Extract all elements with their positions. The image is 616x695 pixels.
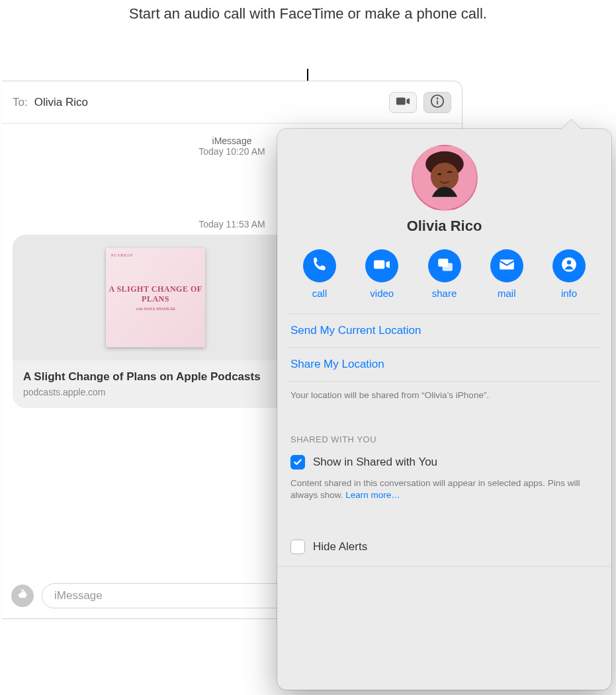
video-icon <box>373 256 390 276</box>
apps-icon <box>16 588 29 604</box>
details-popover: Olivia Rico call video share mail info <box>277 129 611 690</box>
mail-icon <box>498 256 515 276</box>
video-icon <box>396 94 410 111</box>
message-input-placeholder: iMessage <box>54 589 103 602</box>
show-in-shared-label: Show in Shared with You <box>313 456 437 469</box>
action-mail[interactable]: mail <box>480 249 533 299</box>
svg-point-6 <box>437 173 441 175</box>
to-label: To: <box>13 96 28 109</box>
action-call[interactable]: call <box>293 249 346 299</box>
link-preview-artwork: PUSHKIN A SLIGHT CHANGE OF PLANS with MA… <box>13 235 298 360</box>
shared-with-you-header: SHARED WITH YOU <box>288 434 601 450</box>
share-location-button[interactable]: Share My Location <box>288 347 601 381</box>
svg-point-11 <box>567 261 572 265</box>
conversation-header: To: Olivia Rico <box>2 81 462 124</box>
contact-actions: call video share mail info <box>288 249 601 313</box>
recipient-name[interactable]: Olivia Rico <box>34 96 88 109</box>
link-preview-title: A Slight Change of Plans on Apple Podcas… <box>23 370 288 384</box>
link-preview-domain: podcasts.apple.com <box>23 387 288 397</box>
info-icon <box>430 94 445 111</box>
svg-rect-8 <box>442 263 452 271</box>
action-info[interactable]: info <box>543 249 595 299</box>
svg-point-1 <box>437 97 439 99</box>
send-location-button[interactable]: Send My Current Location <box>288 313 601 347</box>
hide-alerts-checkbox[interactable] <box>290 540 305 554</box>
callout-text: Start an audio call with FaceTime or mak… <box>0 4 616 24</box>
apps-button[interactable] <box>11 585 34 607</box>
location-note: Your location will be shared from “Olivi… <box>288 381 601 405</box>
details-button[interactable] <box>423 92 451 113</box>
learn-more-link[interactable]: Learn more… <box>345 490 400 500</box>
facetime-video-button[interactable] <box>389 92 417 113</box>
podcast-cover: PUSHKIN A SLIGHT CHANGE OF PLANS with MA… <box>106 248 205 347</box>
action-share[interactable]: share <box>418 249 471 299</box>
svg-point-5 <box>430 163 458 190</box>
hide-alerts-row[interactable]: Hide Alerts <box>288 526 601 566</box>
show-in-shared-checkbox[interactable] <box>290 455 305 470</box>
share-screen-icon <box>436 256 453 276</box>
person-icon <box>560 256 578 276</box>
contact-avatar[interactable] <box>412 145 478 211</box>
phone-icon <box>311 256 328 276</box>
shared-help-text: Content shared in this conversation will… <box>288 476 601 507</box>
show-in-shared-row[interactable]: Show in Shared with You <box>288 450 601 476</box>
hide-alerts-label: Hide Alerts <box>313 540 367 553</box>
action-video[interactable]: video <box>355 249 408 299</box>
svg-rect-2 <box>437 100 438 104</box>
contact-name: Olivia Rico <box>288 218 601 235</box>
link-preview-card[interactable]: PUSHKIN A SLIGHT CHANGE OF PLANS with MA… <box>13 235 298 408</box>
